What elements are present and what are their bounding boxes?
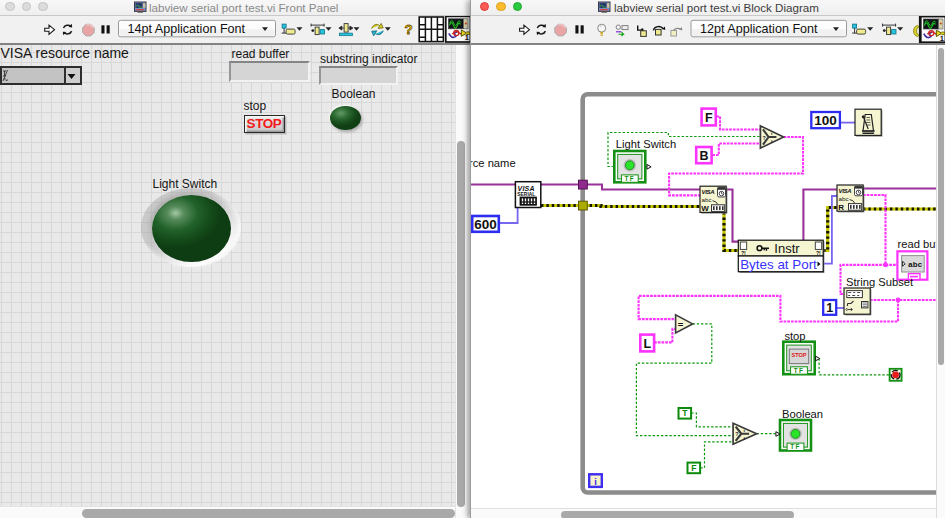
svg-text:L: L bbox=[643, 337, 651, 351]
svg-text:=: = bbox=[678, 319, 684, 330]
svg-text:String Subset: String Subset bbox=[846, 276, 914, 288]
svg-text:VISA: VISA bbox=[702, 189, 715, 195]
svg-text:B: B bbox=[699, 149, 708, 163]
svg-text:TF: TF bbox=[624, 175, 635, 182]
svg-text:Boolean: Boolean bbox=[782, 408, 823, 420]
svg-text:STOP: STOP bbox=[791, 352, 806, 358]
svg-text:?: ? bbox=[763, 135, 766, 141]
svg-text:abc: abc bbox=[908, 260, 923, 269]
svg-text:TF: TF bbox=[790, 443, 801, 450]
svg-text:?!: ?! bbox=[741, 250, 746, 256]
svg-text:600: 600 bbox=[474, 217, 497, 232]
svg-text:?: ? bbox=[735, 431, 738, 437]
svg-text:12pt Application Font: 12pt Application Font bbox=[700, 22, 818, 36]
svg-text:W: W bbox=[701, 204, 709, 213]
svg-text:F: F bbox=[691, 463, 696, 473]
svg-text:abc: abc bbox=[702, 196, 712, 203]
svg-text:abc: abc bbox=[839, 195, 849, 202]
svg-text:TF: TF bbox=[794, 367, 805, 374]
svg-text:F: F bbox=[705, 111, 713, 125]
svg-text:R: R bbox=[838, 203, 844, 212]
svg-text:T: T bbox=[682, 408, 688, 418]
svg-text:VISA: VISA bbox=[839, 188, 852, 194]
svg-text:stop: stop bbox=[784, 330, 805, 342]
svg-text:Instr: Instr bbox=[774, 241, 800, 256]
svg-text:read buffer: read buffer bbox=[898, 238, 936, 250]
svg-text:?!: ?! bbox=[816, 250, 821, 256]
svg-text:SERIAL: SERIAL bbox=[517, 192, 535, 197]
svg-text:14pt Application Font: 14pt Application Font bbox=[128, 22, 246, 36]
svg-text:1: 1 bbox=[826, 301, 833, 315]
svg-text:rce name: rce name bbox=[471, 157, 516, 169]
svg-text:100: 100 bbox=[814, 113, 837, 128]
svg-text:VISA: VISA bbox=[518, 185, 535, 192]
svg-text:Bytes at Port: Bytes at Port bbox=[740, 257, 817, 272]
svg-text:Light Switch: Light Switch bbox=[616, 138, 676, 150]
svg-text:i: i bbox=[594, 476, 597, 487]
